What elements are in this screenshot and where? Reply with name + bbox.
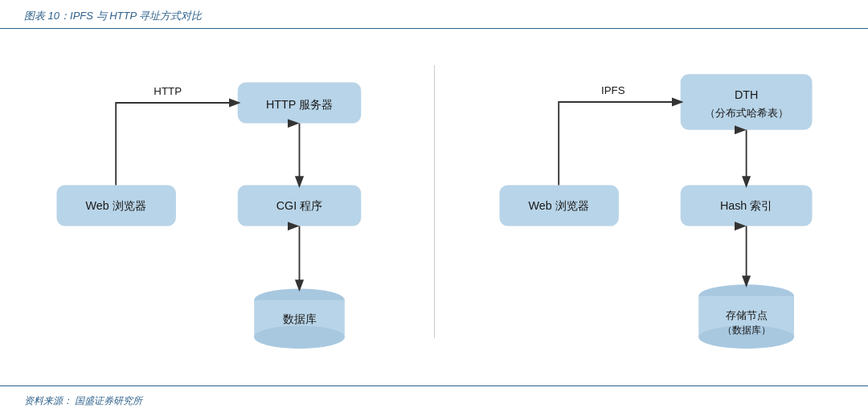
dth-label-line1: DTH <box>734 88 757 101</box>
header: 图表 10：IPFS 与 HTTP 寻址方式对比 <box>0 0 868 29</box>
footer-text: 资料来源： 国盛证券研究所 <box>24 395 142 406</box>
header-title: 图表 10：IPFS 与 HTTP 寻址方式对比 <box>24 10 202 22</box>
left-diagram-svg: HTTP 服务器 Web 浏览器 CGI 程序 数据库 <box>40 57 386 354</box>
http-arrow-label: HTTP <box>154 85 182 97</box>
divider <box>434 65 435 338</box>
left-diagram: HTTP 服务器 Web 浏览器 CGI 程序 数据库 <box>40 57 386 357</box>
database-left-label: 数据库 <box>282 312 316 325</box>
main-content: HTTP 服务器 Web 浏览器 CGI 程序 数据库 <box>0 29 868 385</box>
svg-rect-15 <box>680 74 812 130</box>
diagram-container: HTTP 服务器 Web 浏览器 CGI 程序 数据库 <box>24 57 844 357</box>
http-server-label: HTTP 服务器 <box>265 98 332 111</box>
web-browser-left-label: Web 浏览器 <box>85 199 145 212</box>
cgi-label: CGI 程序 <box>276 199 321 212</box>
hash-index-label: Hash 索引 <box>719 199 772 212</box>
right-diagram: DTH （分布式哈希表） Web 浏览器 Hash 索引 存储节点 （数据库） <box>483 57 829 357</box>
web-browser-right-label: Web 浏览器 <box>528 199 588 212</box>
right-diagram-svg: DTH （分布式哈希表） Web 浏览器 Hash 索引 存储节点 （数据库） <box>483 57 829 354</box>
footer: 资料来源： 国盛证券研究所 <box>0 385 868 416</box>
svg-point-5 <box>254 325 345 349</box>
ipfs-arrow-label: IPFS <box>600 84 624 96</box>
page: 图表 10：IPFS 与 HTTP 寻址方式对比 HTTP 服务器 Web 浏览… <box>0 0 868 416</box>
storage-node-label-line2: （数据库） <box>722 324 770 336</box>
dth-label-line2: （分布式哈希表） <box>704 107 788 119</box>
storage-node-label-line1: 存储节点 <box>725 309 767 321</box>
